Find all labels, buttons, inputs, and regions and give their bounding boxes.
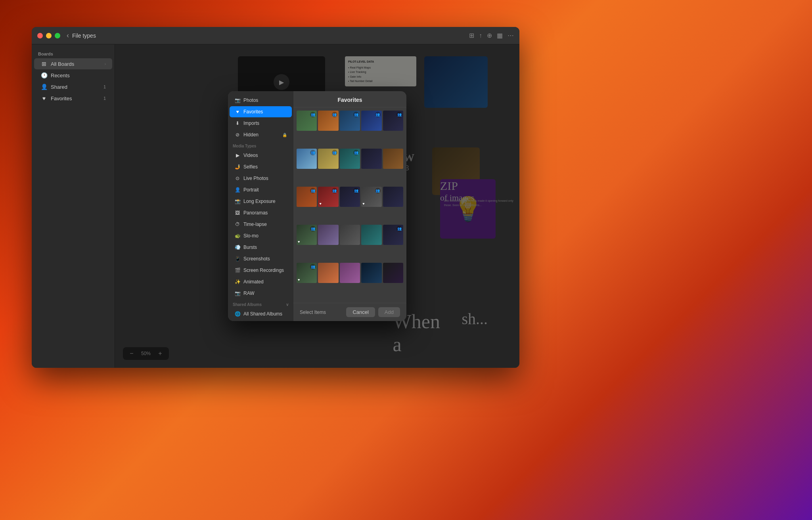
modal-sidebar-videos[interactable]: ▶ Videos <box>230 150 292 161</box>
modal-sidebar: 📷 Photos ♥ Favorites ⬇ Imports <box>228 91 293 321</box>
modal-sidebar-slo-mo[interactable]: 🐢 Slo-mo <box>230 230 292 241</box>
modal-sidebar-photos[interactable]: 📷 Photos <box>230 95 292 106</box>
shared-albums-section: Shared Albums ∨ <box>228 299 293 308</box>
more-icon[interactable]: ⋯ <box>508 32 514 39</box>
close-button[interactable] <box>37 33 43 38</box>
photo-thumb-11[interactable]: 👥 <box>297 187 317 207</box>
shared-icon: 👥 <box>332 112 337 117</box>
selfies-icon: 🤳 <box>234 164 241 170</box>
raw-icon: 📷 <box>234 290 241 296</box>
sidebar-item-favorites[interactable]: ♥ Favorites 1 <box>34 93 112 104</box>
modal-sidebar-portrait[interactable]: 👤 Portrait <box>230 184 292 195</box>
fav-icon: ♥ <box>298 240 300 244</box>
photo-thumb-7[interactable]: 👥 <box>318 149 338 169</box>
photo-thumb-9[interactable] <box>361 149 381 169</box>
modal-sidebar-panoramas[interactable]: 🖼 Panoramas <box>230 207 292 218</box>
app-window: ‹ File types ⊞ ↑ ⊕ ▦ ⋯ Boards ⊞ All Boar… <box>32 27 519 368</box>
modal-sidebar-favorites[interactable]: ♥ Favorites <box>230 106 292 117</box>
modal-sidebar-townhouse[interactable]: 🏠 Townhouse <box>230 320 292 321</box>
modal-sidebar-hidden[interactable]: ⊘ Hidden 🔒 <box>230 129 292 140</box>
shared-icon: 👤 <box>40 83 48 90</box>
modal-sidebar-raw[interactable]: 📷 RAW <box>230 288 292 299</box>
sidebar-item-recents[interactable]: 🕐 Recents <box>34 70 112 81</box>
modal-sidebar-imports[interactable]: ⬇ Imports <box>230 118 292 129</box>
modal-sidebar-time-lapse[interactable]: ⏱ Time-lapse <box>230 219 292 230</box>
photo-thumb-15[interactable] <box>383 187 403 207</box>
photos-modal: 📷 Photos ♥ Favorites ⬇ Imports <box>228 91 406 321</box>
photo-thumb-18[interactable] <box>340 225 360 245</box>
photo-thumb-17[interactable] <box>318 225 338 245</box>
photo-thumb-8[interactable]: 👥 <box>340 149 360 169</box>
photo-thumb-6[interactable]: 👥 <box>297 149 317 169</box>
photo-thumb-14[interactable]: 👥♥ <box>361 187 381 207</box>
board-area: ▶ PILOT-LEVEL DATA • Real Flight Maps • … <box>115 44 519 368</box>
sidebar-item-all-boards[interactable]: ⊞ All Boards › <box>34 58 112 69</box>
footer-buttons: Cancel Add <box>346 307 400 317</box>
add-button[interactable]: Add <box>378 307 400 317</box>
modal-overlay: 📷 Photos ♥ Favorites ⬇ Imports <box>115 44 519 368</box>
shared-icon: 👥 <box>396 112 402 117</box>
grid-icon[interactable]: ⊞ <box>469 32 474 39</box>
share-icon[interactable]: ↑ <box>479 32 482 39</box>
photo-thumb-1[interactable]: 👥 <box>297 111 317 131</box>
panoramas-icon: 🖼 <box>234 210 241 216</box>
modal-sidebar-screenshots[interactable]: 📱 Screenshots <box>230 253 292 264</box>
photo-thumb-23[interactable] <box>340 263 360 283</box>
sidebar-item-shared[interactable]: 👤 Shared 1 <box>34 81 112 92</box>
fav-icon: ♥ <box>319 202 321 206</box>
photos-grid: 👥👥👥👥👥👥👥👥👥👥♥👥👥♥👥♥👥👥♥ <box>293 107 406 303</box>
modal-sidebar-bursts[interactable]: 💨 Bursts <box>230 242 292 253</box>
selfies-label: Selfies <box>243 164 258 170</box>
toolbar-icons: ⊞ ↑ ⊕ ▦ ⋯ <box>469 32 514 39</box>
videos-icon: ▶ <box>234 152 241 159</box>
photo-thumb-10[interactable] <box>383 149 403 169</box>
favorites-sidebar-label: Favorites <box>243 109 263 115</box>
photo-thumb-25[interactable] <box>383 263 403 283</box>
photo-thumb-20[interactable]: 👥 <box>383 225 403 245</box>
photo-thumb-3[interactable]: 👥 <box>340 111 360 131</box>
modal-sidebar-screen-recordings[interactable]: 🎬 Screen Recordings <box>230 265 292 276</box>
favorites-label: Favorites <box>51 96 72 101</box>
favorites-badge: 1 <box>103 96 106 101</box>
raw-label: RAW <box>243 291 255 296</box>
photo-thumb-5[interactable]: 👥 <box>383 111 403 131</box>
window-controls <box>37 33 60 38</box>
long-exposure-label: Long Exposure <box>243 199 276 204</box>
minimize-button[interactable] <box>46 33 52 38</box>
shared-icon: 👥 <box>310 112 316 117</box>
photo-thumb-4[interactable]: 👥 <box>361 111 381 131</box>
long-exposure-icon: 📸 <box>234 198 241 205</box>
animated-label: Animated <box>243 279 264 285</box>
shared-icon: 👥 <box>353 112 359 117</box>
imports-icon: ⬇ <box>234 120 241 126</box>
portrait-label: Portrait <box>243 187 259 193</box>
back-button[interactable]: ‹ <box>67 31 69 40</box>
photo-thumb-16[interactable]: 👥♥ <box>297 225 317 245</box>
maximize-button[interactable] <box>55 33 60 38</box>
all-boards-chevron: › <box>105 62 106 66</box>
modal-sidebar-all-shared[interactable]: 🌐 All Shared Albums <box>230 308 292 319</box>
photo-thumb-24[interactable] <box>361 263 381 283</box>
modal-main: Favorites 👥👥👥👥👥👥👥👥👥👥♥👥👥♥👥♥👥👥♥ Select Ite… <box>293 91 406 321</box>
modal-sidebar-selfies[interactable]: 🤳 Selfies <box>230 161 292 172</box>
add-icon[interactable]: ⊕ <box>487 32 492 39</box>
photo-thumb-22[interactable] <box>318 263 338 283</box>
all-shared-icon: 🌐 <box>234 311 241 317</box>
modal-sidebar-live-photos[interactable]: ⊙ Live Photos <box>230 173 292 184</box>
photo-thumb-19[interactable] <box>361 225 381 245</box>
live-photos-label: Live Photos <box>243 176 268 181</box>
lock-icon: 🔒 <box>282 133 287 137</box>
photo-thumb-2[interactable]: 👥 <box>318 111 338 131</box>
shared-icon: 👥 <box>353 188 359 193</box>
modal-sidebar-long-exposure[interactable]: 📸 Long Exposure <box>230 196 292 207</box>
photo-thumb-13[interactable]: 👥 <box>340 187 360 207</box>
photo-thumb-21[interactable]: 👥♥ <box>297 263 317 283</box>
modal-sidebar-animated[interactable]: ✨ Animated <box>230 276 292 287</box>
main-content: Boards ⊞ All Boards › 🕐 Recents 👤 Shared… <box>32 44 519 368</box>
all-shared-label: All Shared Albums <box>243 311 282 317</box>
screen-recordings-icon: 🎬 <box>234 267 241 273</box>
cancel-button[interactable]: Cancel <box>346 307 375 317</box>
shared-icon: 👥 <box>310 264 316 270</box>
view-icon[interactable]: ▦ <box>497 32 503 39</box>
photo-thumb-12[interactable]: 👥♥ <box>318 187 338 207</box>
